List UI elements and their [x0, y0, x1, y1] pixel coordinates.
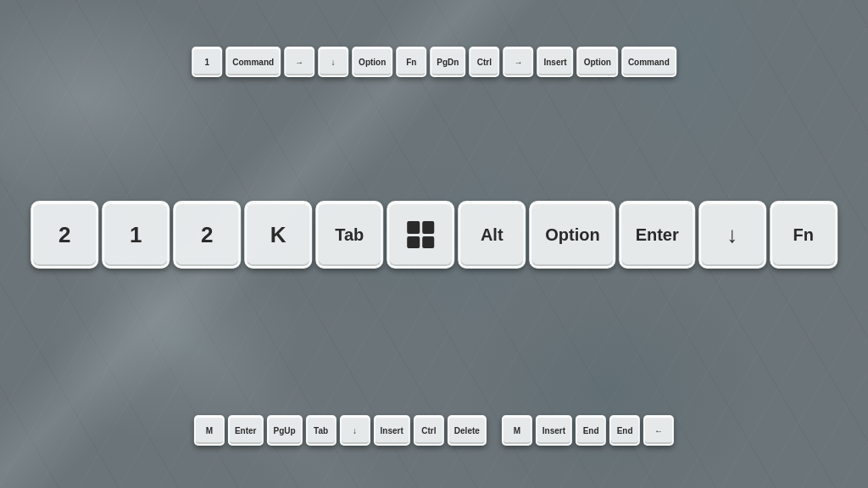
key-1-top[interactable]: 1 [192, 47, 222, 77]
bot-key-row: M Enter PgUp Tab ↓ Insert Ctrl Delete M … [194, 415, 674, 446]
key-down-mid[interactable]: ↓ [698, 201, 766, 269]
mid-key-row: 2 1 2 K Tab Alt Option Enter ↓ Fn [31, 201, 837, 269]
key-alt-mid[interactable]: Alt [458, 201, 526, 269]
key-command-top1[interactable]: Command [225, 47, 281, 77]
key-windows-mid[interactable] [387, 201, 454, 269]
key-arrow-down-top[interactable]: ↓ [318, 47, 348, 77]
key-pgdn-top[interactable]: PgDn [430, 47, 465, 77]
key-left-bot[interactable]: ← [643, 415, 674, 446]
key-m-bot1[interactable]: M [194, 415, 225, 446]
key-option-mid[interactable]: Option [529, 201, 615, 269]
key-fn-mid[interactable]: Fn [770, 201, 837, 269]
key-k-mid[interactable]: K [244, 201, 312, 269]
key-arrow-right-top1[interactable]: → [284, 47, 314, 77]
key-pgup-bot[interactable]: PgUp [266, 415, 302, 446]
key-arrow-right-top2[interactable]: → [503, 47, 533, 77]
key-ctrl-top[interactable]: Ctrl [469, 47, 499, 77]
key-option-top1[interactable]: Option [352, 47, 392, 77]
top-key-row: 1 Command → ↓ Option Fn PgDn Ctrl → Inse… [192, 47, 676, 77]
key-insert-top[interactable]: Insert [537, 47, 573, 77]
key-ctrl-bot[interactable]: Ctrl [414, 415, 444, 446]
key-enter-bot[interactable]: Enter [228, 415, 264, 446]
key-insert-bot2[interactable]: Insert [536, 415, 572, 446]
key-fn-top[interactable]: Fn [396, 47, 426, 77]
key-end-bot2[interactable]: End [609, 415, 640, 446]
key-2-mid-b[interactable]: 2 [173, 201, 241, 269]
key-2-mid-a[interactable]: 2 [31, 201, 98, 269]
key-end-bot1[interactable]: End [576, 415, 606, 446]
key-tab-bot[interactable]: Tab [306, 415, 337, 446]
windows-icon [407, 221, 434, 248]
key-delete-bot[interactable]: Delete [448, 415, 487, 446]
key-enter-mid[interactable]: Enter [620, 201, 695, 269]
key-down-bot[interactable]: ↓ [340, 415, 370, 446]
key-1-mid[interactable]: 1 [102, 201, 170, 269]
key-command-top2[interactable]: Command [621, 47, 676, 77]
key-option-top2[interactable]: Option [577, 47, 618, 77]
key-tab-mid[interactable]: Tab [315, 201, 383, 269]
key-m-bot2[interactable]: M [502, 415, 532, 446]
key-insert-bot[interactable]: Insert [374, 415, 410, 446]
